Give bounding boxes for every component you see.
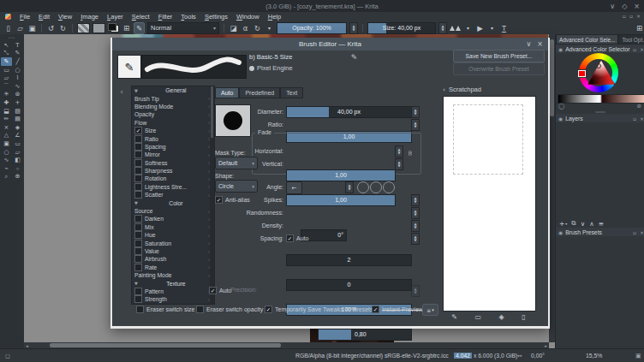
menu-help[interactable]: Help [264,12,285,21]
size-slider[interactable]: Size: 40,00 px [367,22,436,34]
tool-pan[interactable]: ⊕ [12,173,23,181]
close-docker-icon[interactable]: × [640,229,644,235]
option-hue[interactable]: Hue▫ [132,231,214,239]
float-docker-icon[interactable]: ▫ [633,46,636,52]
option-spacing[interactable]: Spacing▫ [132,143,214,151]
option-strength[interactable]: Strength▫ [132,295,214,303]
close-docker-icon[interactable]: × [640,116,644,122]
option-checkbox[interactable] [134,135,142,143]
redo-icon[interactable]: ↻ [58,23,68,33]
mdi-close-icon[interactable]: × [636,13,641,19]
option-checkbox[interactable]: ✓ [134,127,142,134]
option-checkbox[interactable] [134,167,142,175]
zoom-fit-icon[interactable]: ▣ [635,353,641,359]
open-document-icon[interactable]: ▱ [15,23,25,33]
option-checkbox[interactable] [134,183,142,191]
scratchpad-fill-gradient-icon[interactable]: ◈ [499,313,504,321]
tool-select-shapes[interactable]: ↖ [1,41,12,50]
menu-edit[interactable]: Edit [34,12,54,21]
tool-rectangle[interactable]: ▭ [1,66,12,74]
chevron-down-icon[interactable]: ▾ [463,23,473,33]
tool-bezier-select[interactable]: ⌁ [1,164,12,173]
option-checkbox[interactable] [134,191,142,199]
edit-brush-settings-button[interactable]: ✎ [134,22,145,34]
randomness-slider[interactable]: 0 [286,279,412,291]
option-checkbox[interactable] [134,264,142,271]
toolbox-drag-handle[interactable]: ••• [0,35,24,40]
tool-polygon-select[interactable]: ▱ [12,148,23,157]
menu-image[interactable]: Image [76,12,103,21]
tool-dynamic-brush[interactable]: ✳ [1,91,12,99]
tool-gradient[interactable]: ▨ [12,107,23,116]
mirror-icon[interactable] [450,26,461,31]
tool-measure[interactable]: ∠ [12,132,23,140]
menu-file[interactable]: File [15,12,34,21]
tool-edit-shapes[interactable]: ⤡ [1,50,12,58]
scratchpad-canvas[interactable] [443,96,536,312]
option-source[interactable]: Source▫ [132,207,214,215]
auto-precision-checkbox[interactable]: ✓Auto [209,287,231,294]
opacity-slider[interactable]: Opacity: 100% [277,22,347,34]
dialog-options-menu-button[interactable]: ≡▾ [422,304,438,316]
size-spinner[interactable]: ▲▼ [438,22,447,34]
option-checkbox[interactable] [134,240,142,247]
menu-tools[interactable]: Tools [176,12,200,21]
tool-similar-select[interactable]: ◧ [12,156,23,164]
option-pattern[interactable]: Pattern▫ [132,288,214,295]
dialog-titlebar[interactable]: Brush Editor — Krita [112,38,548,50]
menu-layer[interactable]: Layer [103,12,128,21]
tool-ellipse-select[interactable]: ○ [1,148,12,157]
option-checkbox[interactable] [134,151,142,158]
color-history-icon[interactable]: ◯ [558,103,564,110]
ratio-spinner[interactable]: ▲▼ [411,119,420,131]
option-checkbox[interactable] [134,159,142,167]
foreground-background-colors[interactable] [108,23,119,33]
angle-drawing-icon[interactable] [383,181,395,193]
rename-preset-icon[interactable]: ✎ [349,53,360,64]
undo-icon[interactable]: ↺ [46,23,56,33]
eraser-switch-opacity-checkbox[interactable]: Eraser switch opacity [196,306,263,313]
instant-preview-checkbox[interactable]: ✓Instant Preview [372,306,423,313]
preserve-alpha-icon[interactable]: α [241,23,250,33]
save-icon[interactable]: ▣ [27,23,37,33]
window-minimize-icon[interactable]: ∨ [610,3,615,10]
option-checkbox[interactable] [134,288,142,295]
randomness-spinner[interactable]: ▲▼ [411,207,420,219]
tab-auto[interactable]: Auto [215,87,239,98]
chevron-down-icon[interactable]: ▾ [265,23,274,33]
diameter-slider[interactable]: 40,00 px [286,106,412,118]
angle-gauge-icon[interactable] [370,181,382,193]
tool-polygon[interactable]: ▱ [1,74,12,82]
option-brush-tip[interactable]: Brush Tip▫ [132,94,214,102]
mdi-restore-icon[interactable]: ▫ [623,13,626,19]
tool-freehand-path[interactable]: ∿ [12,82,23,91]
option-checkbox[interactable] [134,143,142,151]
tool-bezier-curve[interactable]: ⌒ [1,82,12,91]
option-checkbox[interactable] [134,295,142,303]
tool-text[interactable]: T [12,41,23,50]
tool-magnetic-select[interactable]: ⌔ [12,164,23,173]
link-fade-icon[interactable]: ∞ [406,150,414,157]
tool-line[interactable]: ╱ [12,57,23,66]
gamut-mask-off-icon[interactable]: ⊘ [637,103,641,110]
close-docker-icon[interactable]: × [640,46,644,52]
option-ratio[interactable]: Ratio▫ [132,134,214,142]
vertical-fade-spinner[interactable]: ▲▼ [395,158,403,170]
save-new-preset-button[interactable]: Save New Brush Preset... [453,50,545,62]
tool-color-sampler[interactable]: ✏ [1,115,12,123]
canvas-hscrollbar[interactable]: ◂ ▸ [24,342,549,348]
window-titlebar[interactable]: (3.0 GiB) - [cozy_tenement.kra] — Krita [0,0,644,12]
chevron-down-icon[interactable]: ▾ [487,23,497,33]
duplicate-layer-icon[interactable]: ⧉ [571,219,575,228]
scratchpad-fill-area-icon[interactable]: ▭ [475,313,482,321]
option-mirror[interactable]: Mirror▫ [132,151,214,158]
eraser-switch-size-checkbox[interactable]: Eraser switch size [136,306,194,313]
tool-polyline[interactable]: ⌇ [12,74,23,82]
selection-mode-icon[interactable]: ◻ [5,353,10,359]
option-section-color[interactable]: ▼Color [132,199,214,206]
option-value[interactable]: Value▫ [132,247,214,255]
menu-select[interactable]: Select [128,12,154,21]
tool-transform[interactable]: ✚ [1,98,12,107]
float-docker-icon[interactable]: ▫ [633,116,636,122]
toolbar-overflow-icon[interactable]: ⊞ [635,23,644,33]
